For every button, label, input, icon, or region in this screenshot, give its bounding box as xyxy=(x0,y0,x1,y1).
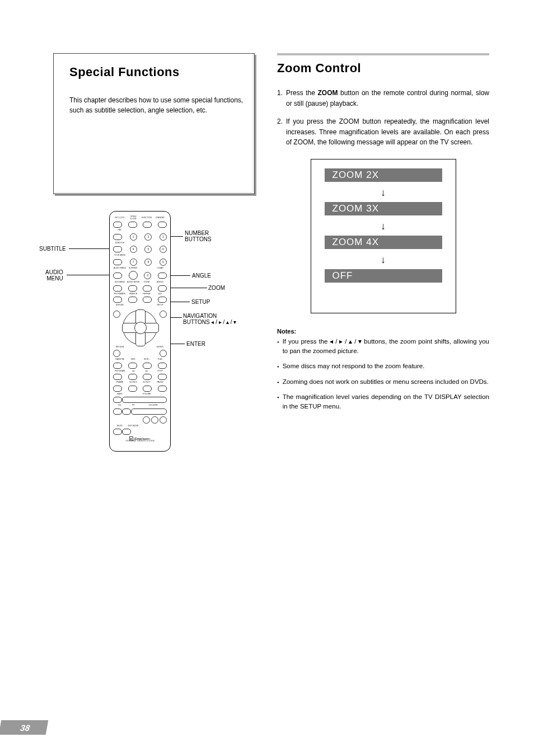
zoom-control-header: Zoom Control xyxy=(277,53,489,76)
step-text: If you press the ZOOM button repeatedly,… xyxy=(286,116,489,148)
callout-line xyxy=(171,275,190,276)
step-text: Press the ZOOM button on the remote cont… xyxy=(286,88,489,109)
remote-brand-sub: DVD HOME THEATER SYSTEM xyxy=(113,440,167,443)
callout-audio-menu-l2: MENU xyxy=(46,275,63,281)
note-item: The magnification level varies depending… xyxy=(277,392,489,412)
arrow-down-icon: ↓ xyxy=(325,215,442,236)
callout-line xyxy=(171,317,182,318)
callout-line xyxy=(69,248,109,249)
zoom-level: OFF xyxy=(325,269,442,283)
note-item: If you press the ◂ / ▸ / ▴ / ▾ buttons, … xyxy=(277,337,489,356)
note-item: Zooming does not work on subtitles or me… xyxy=(277,377,489,387)
note-item: Some discs may not respond to the zoom f… xyxy=(277,361,489,371)
step-number: 1. xyxy=(277,88,286,109)
callout-audio-menu-l1: AUDIO xyxy=(45,269,63,275)
callout-line xyxy=(67,275,109,275)
special-functions-intro: This chapter describes how to use some s… xyxy=(69,95,244,115)
left-column: Special Functions This chapter describes… xyxy=(53,53,255,463)
notes-list: If you press the ◂ / ▸ / ▴ / ▾ buttons, … xyxy=(277,337,489,412)
zoom-step-1: 1. Press the ZOOM button on the remote c… xyxy=(277,88,489,109)
special-functions-box: Special Functions This chapter describes… xyxy=(53,53,255,194)
notes-heading: Notes: xyxy=(277,328,489,335)
remote-diagram: SUBTITLE AUDIO MENU NUMBER BUTTONS ANGLE… xyxy=(42,211,249,463)
callout-number-buttons-l2: BUTTONS xyxy=(185,236,212,242)
callout-angle: ANGLE xyxy=(192,273,211,279)
callout-line xyxy=(171,302,190,302)
arrow-down-icon: ↓ xyxy=(325,249,442,269)
callout-navigation-l1: NAVIGATION xyxy=(183,313,217,319)
callout-navigation-l2: BUTTONS ◂ / ▸ / ▴ / ▾ xyxy=(183,319,236,325)
zoom-level: ZOOM 4X xyxy=(325,236,442,249)
zoom-step-2: 2. If you press the ZOOM button repeated… xyxy=(277,116,489,148)
callout-subtitle: SUBTITLE xyxy=(39,246,66,252)
columns: Special Functions This chapter describes… xyxy=(53,53,489,463)
callout-number-buttons: NUMBER BUTTONS xyxy=(185,230,212,242)
zoom-level: ZOOM 3X xyxy=(325,202,442,215)
callout-line xyxy=(171,236,183,237)
step-number: 2. xyxy=(277,116,286,148)
page-number: 38 xyxy=(0,720,48,735)
page: Special Functions This chapter describes… xyxy=(0,0,534,756)
zoom-level: ZOOM 2X xyxy=(325,168,442,182)
callout-navigation: NAVIGATION BUTTONS ◂ / ▸ / ▴ / ▾ xyxy=(183,313,236,325)
zoom-steps: 1. Press the ZOOM button on the remote c… xyxy=(277,88,489,148)
arrow-down-icon: ↓ xyxy=(325,182,442,202)
callout-audio-menu: AUDIO MENU xyxy=(45,269,63,281)
callout-zoom: ZOOM xyxy=(208,285,225,291)
special-functions-heading: Special Functions xyxy=(69,65,244,79)
callout-setup: SETUP xyxy=(191,299,210,305)
callout-number-buttons-l1: NUMBER xyxy=(185,230,209,236)
remote-body: KEY LOCKOPEN/CLOSEFUNCTIONSTANDBY PBC 12… xyxy=(109,211,171,452)
right-column: Zoom Control 1. Press the ZOOM button on… xyxy=(277,53,489,463)
zoom-cycle-diagram: ZOOM 2X ↓ ZOOM 3X ↓ ZOOM 4X ↓ OFF xyxy=(311,159,456,313)
callout-line xyxy=(171,288,207,288)
callout-enter: ENTER xyxy=(186,341,205,347)
zoom-control-heading: Zoom Control xyxy=(277,61,489,76)
callout-line xyxy=(171,344,185,344)
